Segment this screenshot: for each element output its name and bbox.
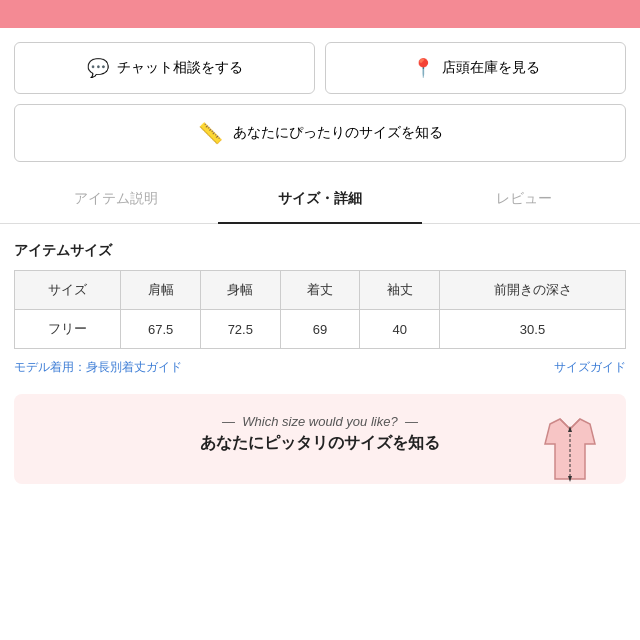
col-sleeve: 袖丈	[360, 271, 440, 310]
top-banner	[0, 0, 640, 28]
col-opening: 前開きの深さ	[440, 271, 626, 310]
table-header-row: サイズ 肩幅 身幅 着丈 袖丈 前開きの深さ	[15, 271, 626, 310]
cell-sleeve: 40	[360, 310, 440, 349]
banner-title-row: — Which size would you like? —	[30, 414, 610, 429]
tab-item-size-detail[interactable]: サイズ・詳細	[218, 176, 422, 224]
tape-measure-icon: 📏	[198, 121, 223, 145]
col-shoulder: 肩幅	[121, 271, 201, 310]
size-know-button[interactable]: 📏 あなたにぴったりのサイズを知る	[14, 104, 626, 162]
chat-button[interactable]: 💬 チャット相談をする	[14, 42, 315, 94]
cell-width: 72.5	[200, 310, 280, 349]
tabs-bar: アイテム説明 サイズ・詳細 レビュー	[0, 176, 640, 224]
banner-title-text: Which size would you like?	[242, 414, 397, 429]
shirt-illustration	[530, 414, 610, 484]
banner-decorator-left: —	[222, 414, 235, 429]
cell-length: 69	[280, 310, 360, 349]
store-icon: 📍	[412, 57, 434, 79]
tab-item-review[interactable]: レビュー	[422, 176, 626, 224]
table-row: フリー 67.5 72.5 69 40 30.5	[15, 310, 626, 349]
banner-subtitle: あなたにピッタリのサイズを知る	[30, 433, 610, 454]
tab-item-description[interactable]: アイテム説明	[14, 176, 218, 224]
chat-icon: 💬	[87, 57, 109, 79]
size-know-label: あなたにぴったりのサイズを知る	[233, 124, 443, 142]
col-size: サイズ	[15, 271, 121, 310]
col-width: 身幅	[200, 271, 280, 310]
action-buttons-row: 💬 チャット相談をする 📍 店頭在庫を見る	[0, 28, 640, 104]
chat-label: チャット相談をする	[117, 59, 243, 77]
size-guide-link[interactable]: サイズガイド	[554, 359, 626, 376]
cell-opening: 30.5	[440, 310, 626, 349]
size-table: サイズ 肩幅 身幅 着丈 袖丈 前開きの深さ フリー 67.5 72.5 69 …	[14, 270, 626, 349]
store-label: 店頭在庫を見る	[442, 59, 540, 77]
item-size-title: アイテムサイズ	[0, 224, 640, 270]
store-button[interactable]: 📍 店頭在庫を見る	[325, 42, 626, 94]
model-guide-link[interactable]: モデル着用：身長別着丈ガイド	[14, 359, 182, 376]
col-length: 着丈	[280, 271, 360, 310]
cell-size: フリー	[15, 310, 121, 349]
cell-shoulder: 67.5	[121, 310, 201, 349]
table-links: モデル着用：身長別着丈ガイド サイズガイド	[0, 349, 640, 386]
size-guide-banner[interactable]: — Which size would you like? — あなたにピッタリの…	[14, 394, 626, 484]
banner-decorator-right: —	[405, 414, 418, 429]
